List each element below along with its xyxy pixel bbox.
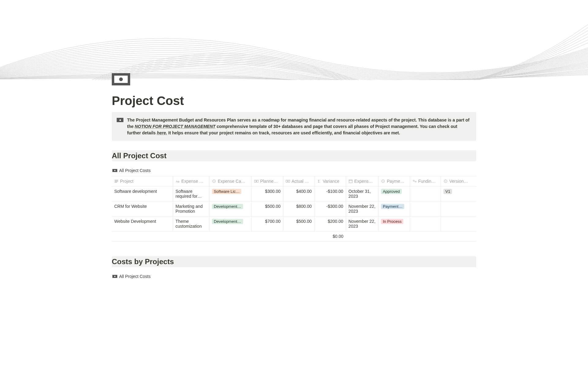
cell-project[interactable]: Software development	[112, 186, 173, 201]
svg-point-5	[287, 181, 288, 182]
svg-point-11	[444, 180, 447, 183]
callout[interactable]: The Project Management Budget and Resour…	[112, 112, 476, 141]
view-tab-all-costs[interactable]: All Project Costs	[112, 167, 476, 176]
view-tab-costs-by-projects[interactable]: All Project Costs	[112, 273, 476, 282]
svg-text:Σ: Σ	[318, 179, 320, 183]
table-sum-row: $0.00	[112, 231, 476, 242]
col-version[interactable]: Version…	[441, 176, 476, 186]
cell-actual[interactable]: $400.00	[283, 186, 315, 201]
project-cost-table: Project Aa Expense … Expense Ca…	[112, 176, 476, 242]
svg-text:Aa: Aa	[176, 180, 179, 183]
sum-variance: $0.00	[314, 231, 346, 242]
col-expense-category[interactable]: Expense Ca…	[209, 176, 251, 186]
col-expense-date[interactable]: Expens…	[346, 176, 378, 186]
cell-category[interactable]: Software Lic…	[209, 186, 251, 201]
cell-description[interactable]: Marketing and Promotion	[173, 201, 209, 216]
table-row[interactable]: Website DevelopmentTheme customizationDe…	[112, 216, 476, 231]
col-funding[interactable]: Fundin…	[410, 176, 441, 186]
cell-project[interactable]: CRM for Website	[112, 201, 173, 216]
formula-icon: Σ	[317, 179, 321, 183]
cell-project[interactable]: Website Development	[112, 216, 173, 231]
cell-actual[interactable]: $500.00	[283, 216, 315, 231]
col-project[interactable]: Project	[112, 176, 173, 186]
cell-planned[interactable]: $700.00	[252, 216, 283, 231]
link-here[interactable]: here.	[157, 130, 167, 135]
cell-category[interactable]: Development…	[209, 201, 251, 216]
money-icon	[254, 179, 258, 183]
cell-version[interactable]	[441, 216, 476, 231]
cell-description[interactable]: Software required for…	[173, 186, 209, 201]
cell-status[interactable]: Approved	[378, 186, 410, 201]
cell-variance[interactable]: -$300.00	[314, 201, 346, 216]
cell-planned[interactable]: $300.00	[252, 186, 283, 201]
status-tag: In Process	[381, 219, 403, 224]
version-tag: V1	[443, 189, 452, 194]
category-tag: Development…	[212, 219, 243, 224]
select-icon	[212, 179, 216, 183]
page-title[interactable]: Project Cost	[112, 94, 476, 108]
cell-date[interactable]: October 31, 2023	[346, 186, 378, 201]
cell-planned[interactable]: $500.00	[252, 201, 283, 216]
view-tab-label: All Project Costs	[119, 168, 151, 173]
col-actual[interactable]: Actual …	[283, 176, 315, 186]
money-icon	[286, 179, 290, 183]
col-expense-description[interactable]: Aa Expense …	[173, 176, 209, 186]
cell-date[interactable]: November 22, 2023	[346, 201, 378, 216]
category-tag: Software Lic…	[212, 189, 242, 194]
cell-date[interactable]: November 22, 2023	[346, 216, 378, 231]
select-icon	[381, 179, 385, 183]
money-icon	[112, 169, 117, 172]
relation-icon	[413, 179, 417, 183]
svg-rect-10	[415, 181, 416, 182]
cell-status[interactable]: In Process	[378, 216, 410, 231]
cell-funding[interactable]	[410, 201, 441, 216]
svg-point-8	[382, 180, 385, 183]
cell-status[interactable]: Payment…	[378, 201, 410, 216]
category-tag: Development…	[212, 204, 243, 209]
cell-category[interactable]: Development…	[209, 216, 251, 231]
wave-decoration	[0, 0, 588, 80]
table-row[interactable]: CRM for WebsiteMarketing and PromotionDe…	[112, 201, 476, 216]
cell-variance[interactable]: $200.00	[314, 216, 346, 231]
callout-text: The Project Management Budget and Resour…	[127, 117, 471, 136]
col-variance[interactable]: Σ Variance	[314, 176, 346, 186]
cell-funding[interactable]	[410, 186, 441, 201]
section-all-project-cost[interactable]: All Project Cost	[112, 150, 476, 161]
status-tag: Approved	[381, 189, 402, 194]
money-icon	[112, 275, 117, 278]
lines-icon	[114, 179, 119, 183]
status-tag: Payment…	[381, 204, 404, 209]
link-notion-pm[interactable]: NOTION FOR PROJECT MANAGEMENT	[135, 124, 216, 129]
calendar-icon	[349, 179, 353, 183]
text-icon: Aa	[175, 179, 180, 183]
svg-rect-7	[349, 180, 352, 183]
select-icon	[443, 179, 448, 183]
svg-point-1	[213, 180, 216, 183]
money-icon	[117, 118, 123, 122]
col-planned[interactable]: Planne…	[252, 176, 283, 186]
page-icon[interactable]	[112, 73, 130, 85]
cell-funding[interactable]	[410, 216, 441, 231]
table-row[interactable]: Software developmentSoftware required fo…	[112, 186, 476, 201]
section-costs-by-projects[interactable]: Costs by Projects	[112, 256, 476, 267]
cell-version[interactable]	[441, 201, 476, 216]
svg-point-3	[256, 181, 257, 182]
cell-actual[interactable]: $800.00	[283, 201, 315, 216]
cover-image	[0, 0, 588, 80]
view-tab-label: All Project Costs	[119, 274, 151, 279]
svg-rect-9	[413, 180, 414, 181]
money-icon	[114, 76, 128, 83]
cell-description[interactable]: Theme customization	[173, 216, 209, 231]
col-payment-status[interactable]: Payme…	[378, 176, 410, 186]
cell-variance[interactable]: -$100.00	[314, 186, 346, 201]
cell-version[interactable]: V1	[441, 186, 476, 201]
